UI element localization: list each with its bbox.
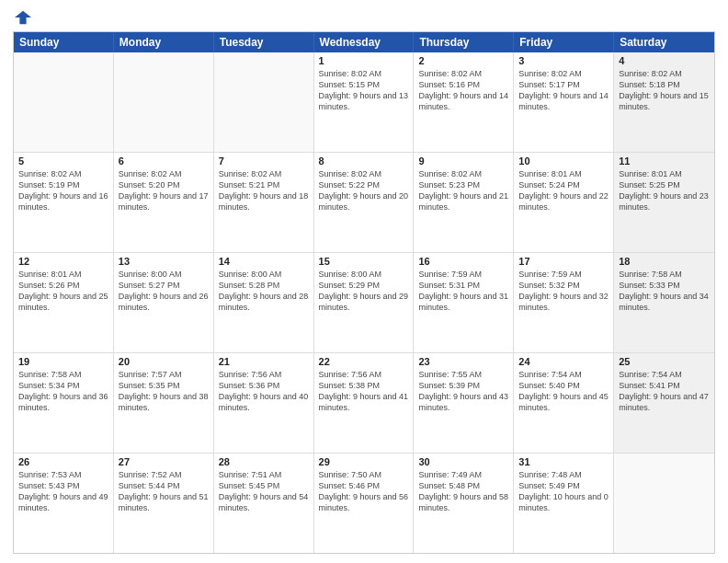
day-header-saturday: Saturday [614,32,714,52]
cell-info: Sunrise: 7:56 AM Sunset: 5:38 PM Dayligh… [319,369,409,414]
cell-date: 9 [418,155,508,167]
calendar-cell [614,454,714,553]
cell-date: 12 [18,256,108,267]
calendar-cell: 2Sunrise: 8:02 AM Sunset: 5:16 PM Daylig… [414,52,514,152]
day-header-wednesday: Wednesday [314,32,415,52]
calendar-cell: 12Sunrise: 8:01 AM Sunset: 5:26 PM Dayli… [14,253,114,352]
cell-info: Sunrise: 8:02 AM Sunset: 5:17 PM Dayligh… [518,68,609,113]
cell-date: 3 [518,55,609,66]
cell-info: Sunrise: 7:54 AM Sunset: 5:41 PM Dayligh… [619,369,710,414]
cell-date: 22 [319,356,409,367]
cell-info: Sunrise: 8:00 AM Sunset: 5:28 PM Dayligh… [219,269,309,314]
calendar-cell: 31Sunrise: 7:48 AM Sunset: 5:49 PM Dayli… [514,454,614,553]
cell-info: Sunrise: 8:01 AM Sunset: 5:26 PM Dayligh… [18,269,108,314]
week-row-4: 19Sunrise: 7:58 AM Sunset: 5:34 PM Dayli… [14,352,714,453]
cell-date: 5 [18,155,108,167]
cell-date: 21 [219,356,309,367]
cell-info: Sunrise: 8:02 AM Sunset: 5:18 PM Dayligh… [619,68,710,113]
calendar-cell: 6Sunrise: 8:02 AM Sunset: 5:20 PM Daylig… [114,153,214,252]
logo-bird-icon [15,9,31,26]
cell-info: Sunrise: 8:02 AM Sunset: 5:20 PM Dayligh… [119,168,209,213]
calendar-cell: 27Sunrise: 7:52 AM Sunset: 5:44 PM Dayli… [114,454,214,553]
cell-info: Sunrise: 8:02 AM Sunset: 5:22 PM Dayligh… [319,168,409,213]
cell-info: Sunrise: 7:53 AM Sunset: 5:43 PM Dayligh… [18,469,108,514]
calendar-cell: 30Sunrise: 7:49 AM Sunset: 5:48 PM Dayli… [414,454,514,553]
cell-date: 13 [119,256,209,267]
day-header-thursday: Thursday [414,32,514,52]
cell-info: Sunrise: 7:57 AM Sunset: 5:35 PM Dayligh… [119,369,209,414]
calendar-cell: 20Sunrise: 7:57 AM Sunset: 5:35 PM Dayli… [114,353,214,453]
cell-date: 27 [119,456,209,467]
calendar-cell: 10Sunrise: 8:01 AM Sunset: 5:24 PM Dayli… [514,153,614,252]
cell-info: Sunrise: 7:52 AM Sunset: 5:44 PM Dayligh… [119,469,209,514]
cell-info: Sunrise: 8:02 AM Sunset: 5:21 PM Dayligh… [219,168,309,213]
day-header-friday: Friday [514,32,614,52]
cell-info: Sunrise: 7:59 AM Sunset: 5:31 PM Dayligh… [418,269,508,314]
calendar-cell: 17Sunrise: 7:59 AM Sunset: 5:32 PM Dayli… [514,253,614,352]
cell-date: 20 [119,356,209,367]
weeks: 1Sunrise: 8:02 AM Sunset: 5:15 PM Daylig… [14,52,714,553]
logo-text [13,9,31,26]
week-row-3: 12Sunrise: 8:01 AM Sunset: 5:26 PM Dayli… [14,252,714,352]
day-header-monday: Monday [114,32,214,52]
week-row-2: 5Sunrise: 8:02 AM Sunset: 5:19 PM Daylig… [14,152,714,252]
cell-info: Sunrise: 7:55 AM Sunset: 5:39 PM Dayligh… [418,369,508,414]
calendar-cell: 16Sunrise: 7:59 AM Sunset: 5:31 PM Dayli… [414,253,514,352]
cell-info: Sunrise: 8:00 AM Sunset: 5:29 PM Dayligh… [319,269,409,314]
cell-info: Sunrise: 8:02 AM Sunset: 5:15 PM Dayligh… [319,68,409,113]
cell-date: 23 [418,356,508,367]
cell-date: 18 [619,256,710,267]
cell-info: Sunrise: 8:01 AM Sunset: 5:25 PM Dayligh… [619,168,710,213]
cell-info: Sunrise: 8:00 AM Sunset: 5:27 PM Dayligh… [119,269,209,314]
calendar-cell: 23Sunrise: 7:55 AM Sunset: 5:39 PM Dayli… [414,353,514,453]
week-row-5: 26Sunrise: 7:53 AM Sunset: 5:43 PM Dayli… [14,453,714,553]
cell-info: Sunrise: 7:48 AM Sunset: 5:49 PM Dayligh… [518,469,609,514]
cell-date: 14 [219,256,309,267]
calendar-cell [114,52,214,152]
logo [13,9,31,26]
calendar: SundayMondayTuesdayWednesdayThursdayFrid… [13,31,715,554]
calendar-cell: 3Sunrise: 8:02 AM Sunset: 5:17 PM Daylig… [514,52,614,152]
week-row-1: 1Sunrise: 8:02 AM Sunset: 5:15 PM Daylig… [14,52,714,152]
cell-date: 31 [518,456,609,467]
calendar-cell: 24Sunrise: 7:54 AM Sunset: 5:40 PM Dayli… [514,353,614,453]
calendar-cell: 26Sunrise: 7:53 AM Sunset: 5:43 PM Dayli… [14,454,114,553]
cell-info: Sunrise: 7:59 AM Sunset: 5:32 PM Dayligh… [518,269,609,314]
cell-date: 11 [619,155,710,167]
calendar-cell: 19Sunrise: 7:58 AM Sunset: 5:34 PM Dayli… [14,353,114,453]
cell-date: 8 [319,155,409,167]
cell-info: Sunrise: 7:49 AM Sunset: 5:48 PM Dayligh… [418,469,508,514]
cell-date: 29 [319,456,409,467]
header [13,9,715,26]
cell-info: Sunrise: 7:51 AM Sunset: 5:45 PM Dayligh… [219,469,309,514]
calendar-cell: 14Sunrise: 8:00 AM Sunset: 5:28 PM Dayli… [214,253,314,352]
calendar-cell [14,52,114,152]
svg-marker-0 [15,11,31,24]
cell-info: Sunrise: 7:58 AM Sunset: 5:34 PM Dayligh… [18,369,108,414]
calendar-cell: 18Sunrise: 7:58 AM Sunset: 5:33 PM Dayli… [614,253,714,352]
cell-date: 2 [418,55,508,66]
cell-info: Sunrise: 8:01 AM Sunset: 5:24 PM Dayligh… [518,168,609,213]
calendar-cell: 25Sunrise: 7:54 AM Sunset: 5:41 PM Dayli… [614,353,714,453]
calendar-cell: 5Sunrise: 8:02 AM Sunset: 5:19 PM Daylig… [14,153,114,252]
calendar-cell: 9Sunrise: 8:02 AM Sunset: 5:23 PM Daylig… [414,153,514,252]
cell-date: 30 [418,456,508,467]
cell-info: Sunrise: 8:02 AM Sunset: 5:19 PM Dayligh… [18,168,108,213]
cell-date: 16 [418,256,508,267]
cell-date: 15 [319,256,409,267]
cell-date: 1 [319,55,409,66]
calendar-cell: 1Sunrise: 8:02 AM Sunset: 5:15 PM Daylig… [314,52,415,152]
cell-date: 10 [518,155,609,167]
cell-date: 17 [518,256,609,267]
calendar-cell: 22Sunrise: 7:56 AM Sunset: 5:38 PM Dayli… [314,353,415,453]
cell-date: 28 [219,456,309,467]
cell-info: Sunrise: 7:54 AM Sunset: 5:40 PM Dayligh… [518,369,609,414]
calendar-cell: 28Sunrise: 7:51 AM Sunset: 5:45 PM Dayli… [214,454,314,553]
calendar-cell: 15Sunrise: 8:00 AM Sunset: 5:29 PM Dayli… [314,253,415,352]
calendar-cell: 4Sunrise: 8:02 AM Sunset: 5:18 PM Daylig… [614,52,714,152]
calendar-cell [214,52,314,152]
cell-date: 7 [219,155,309,167]
calendar-cell: 7Sunrise: 8:02 AM Sunset: 5:21 PM Daylig… [214,153,314,252]
cell-info: Sunrise: 7:56 AM Sunset: 5:36 PM Dayligh… [219,369,309,414]
cell-date: 25 [619,356,710,367]
